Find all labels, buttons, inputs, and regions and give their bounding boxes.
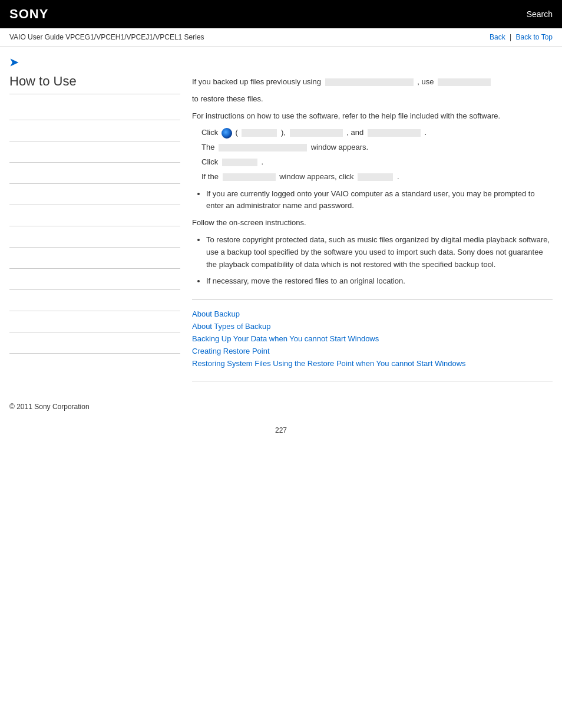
search-button[interactable]: Search [527, 9, 553, 19]
notes-list: If you are currently logged onto your VA… [206, 188, 553, 213]
arrow-icon: ➤ [9, 57, 18, 68]
sidebar-item[interactable] [9, 141, 180, 163]
sidebar-item[interactable] [9, 99, 180, 120]
nav-separator: | [510, 33, 513, 41]
software-name-placeholder [325, 78, 414, 86]
link-about-backup[interactable]: About Backup [192, 309, 553, 318]
sidebar-item[interactable] [9, 269, 180, 290]
copyright-text: © 2011 Sony Corporation [9, 403, 90, 411]
intro-para1: If you backed up files previously using … [192, 76, 553, 88]
sidebar-item[interactable] [9, 248, 180, 269]
step-3: Click . [201, 156, 553, 169]
guide-title: VAIO User Guide VPCEG1/VPCEH1/VPCEJ1/VPC… [9, 33, 204, 41]
intro-para1-cont: to restore these files. [192, 93, 553, 106]
related-links: About Backup About Types of Backup Backi… [192, 299, 553, 381]
back-link[interactable]: Back [490, 33, 505, 41]
sidebar-item[interactable] [9, 205, 180, 226]
link-restore-point[interactable]: Creating Restore Point [192, 347, 553, 355]
step-1: Click ( ), , and . [201, 127, 553, 139]
windows-icon [222, 128, 232, 139]
step1-click-label: Click [201, 128, 218, 137]
sidebar-item[interactable] [9, 226, 180, 248]
sidebar-item[interactable] [9, 332, 180, 354]
tip-list: If necessary, move the restored files to… [206, 275, 553, 288]
link-restoring-system[interactable]: Restoring System Files Using the Restore… [192, 359, 553, 368]
menu-item-placeholder [290, 129, 343, 137]
tip-item-1: If necessary, move the restored files to… [206, 275, 553, 288]
main-layout: How to Use If you backed up files previo… [0, 74, 562, 381]
link-about-types[interactable]: About Types of Backup [192, 322, 553, 331]
sidebar: How to Use [9, 74, 180, 381]
note-item-1: If you are currently logged onto your VA… [206, 188, 553, 213]
back-to-top-link[interactable]: Back to Top [516, 33, 553, 41]
sidebar-item[interactable] [9, 290, 180, 311]
nav-bar: VAIO User Guide VPCEG1/VPCEH1/VPCEJ1/VPC… [0, 28, 562, 47]
instruction-steps: Click ( ), , and . The window appears. C… [201, 127, 553, 183]
btn2-placeholder [358, 173, 393, 181]
follow-instructions: Follow the on-screen instructions. [192, 217, 553, 229]
tool-name-placeholder [438, 78, 491, 86]
page-header: SONY Search [0, 0, 562, 28]
sidebar-item[interactable] [9, 184, 180, 205]
btn-placeholder [222, 159, 257, 166]
warning-list: To restore copyright protected data, suc… [206, 234, 553, 271]
sidebar-item[interactable] [9, 163, 180, 184]
start-placeholder [242, 129, 277, 137]
page-number: 227 [0, 420, 562, 440]
dialog-placeholder [223, 173, 276, 181]
intro-para2: For instructions on how to use the softw… [192, 110, 553, 123]
step-2: The window appears. [201, 141, 553, 154]
sony-logo: SONY [9, 6, 48, 22]
sidebar-title: How to Use [9, 74, 180, 94]
sidebar-item[interactable] [9, 311, 180, 332]
window-name-placeholder [219, 144, 307, 151]
sidebar-item[interactable] [9, 120, 180, 141]
step-4: If the window appears, click . [201, 171, 553, 183]
page-footer: © 2011 Sony Corporation [0, 393, 562, 420]
arrow-section: ➤ [0, 47, 562, 74]
link-backing-up[interactable]: Backing Up Your Data when You cannot Sta… [192, 334, 553, 343]
warning-item-1: To restore copyright protected data, suc… [206, 234, 553, 271]
content-area: If you backed up files previously using … [192, 74, 553, 381]
menu-item2-placeholder [368, 129, 421, 137]
nav-links: Back | Back to Top [490, 33, 553, 41]
